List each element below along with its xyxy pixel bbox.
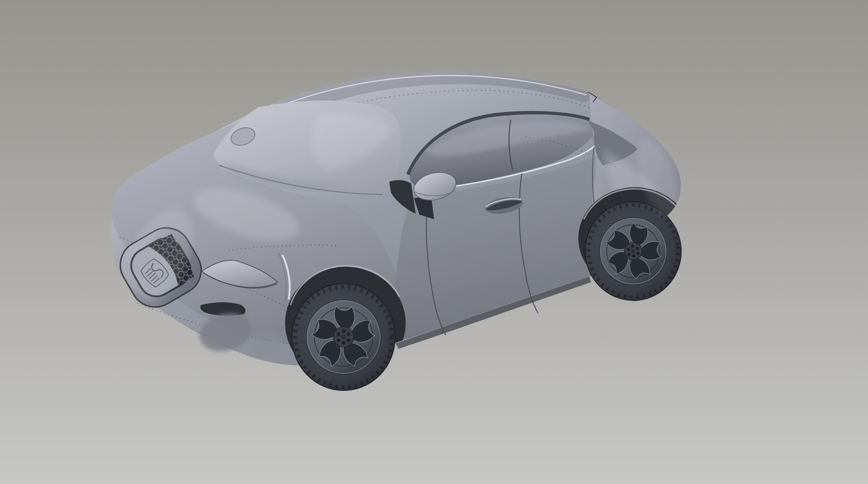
- render-canvas[interactable]: [0, 0, 868, 484]
- cad-viewport[interactable]: [0, 0, 868, 484]
- front-wheel[interactable]: [292, 284, 395, 390]
- car-model[interactable]: [0, 72, 692, 390]
